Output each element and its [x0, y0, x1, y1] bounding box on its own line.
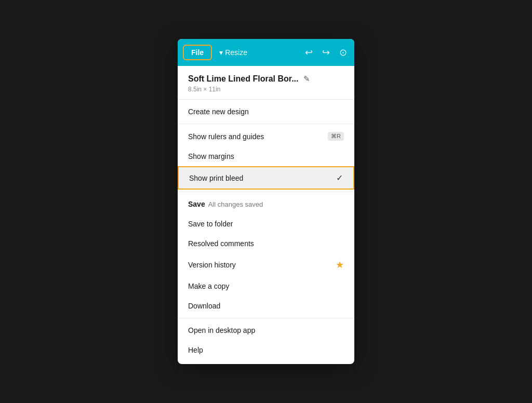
download-item[interactable]: Download — [178, 296, 354, 316]
rulers-shortcut: ⌘R — [328, 132, 344, 141]
make-copy-item[interactable]: Make a copy — [178, 276, 354, 296]
show-margins-label: Show margins — [188, 152, 234, 160]
resize-label: Resize — [225, 48, 247, 57]
save-status: All changes saved — [208, 200, 263, 208]
version-history-item[interactable]: Version history ★ — [178, 253, 354, 276]
show-rulers-label: Show rulers and guides — [188, 132, 264, 141]
design-title-section: Soft Lime Lined Floral Bor... ✎ 8.5in × … — [178, 66, 354, 100]
save-to-folder-item[interactable]: Save to folder — [178, 214, 354, 234]
save-item-left: Save All changes saved — [188, 200, 263, 208]
design-title: Soft Lime Lined Floral Bor... — [188, 74, 298, 84]
file-button[interactable]: File — [183, 45, 212, 60]
version-history-label: Version history — [188, 261, 236, 269]
redo-icon[interactable]: ↪ — [320, 45, 332, 60]
menu-section-other: Open in desktop app Help — [178, 318, 354, 364]
check-circle-icon[interactable]: ⊙ — [337, 45, 349, 60]
print-bleed-check-icon: ✓ — [336, 173, 343, 183]
show-rulers-item[interactable]: Show rulers and guides ⌘R — [178, 126, 354, 146]
open-desktop-label: Open in desktop app — [188, 326, 255, 334]
version-history-star-icon: ★ — [336, 259, 344, 271]
resolved-comments-label: Resolved comments — [188, 239, 254, 248]
show-print-bleed-item[interactable]: Show print bleed ✓ — [178, 166, 354, 190]
menu-section-save: Save All changes saved Save to folder Re… — [178, 192, 354, 318]
toolbar: File ▾ Resize ↩ ↪ ⊙ — [178, 39, 354, 66]
show-margins-item[interactable]: Show margins — [178, 146, 354, 166]
create-new-design-item[interactable]: Create new design — [178, 102, 354, 122]
save-item[interactable]: Save All changes saved — [178, 194, 354, 214]
open-desktop-item[interactable]: Open in desktop app — [178, 320, 354, 340]
undo-icon[interactable]: ↩ — [303, 45, 315, 60]
rulers-shortcut-badge: ⌘R — [328, 132, 344, 141]
app-window: File ▾ Resize ↩ ↪ ⊙ Soft Lime Lined Flor… — [178, 39, 354, 364]
design-dimensions: 8.5in × 11in — [188, 86, 344, 93]
edit-title-icon[interactable]: ✎ — [303, 74, 310, 84]
resolved-comments-item[interactable]: Resolved comments — [178, 234, 354, 253]
create-new-design-label: Create new design — [188, 108, 249, 116]
help-item[interactable]: Help — [178, 340, 354, 360]
resize-button[interactable]: ▾ Resize — [219, 48, 247, 57]
menu-section-display: Show rulers and guides ⌘R Show margins S… — [178, 124, 354, 192]
help-label: Help — [188, 346, 203, 354]
save-label: Save — [188, 200, 205, 208]
download-label: Download — [188, 302, 220, 310]
make-copy-label: Make a copy — [188, 282, 229, 290]
save-to-folder-label: Save to folder — [188, 220, 233, 228]
resize-arrow-icon: ▾ — [219, 48, 223, 57]
menu-section-create: Create new design — [178, 100, 354, 124]
show-print-bleed-label: Show print bleed — [189, 174, 243, 182]
